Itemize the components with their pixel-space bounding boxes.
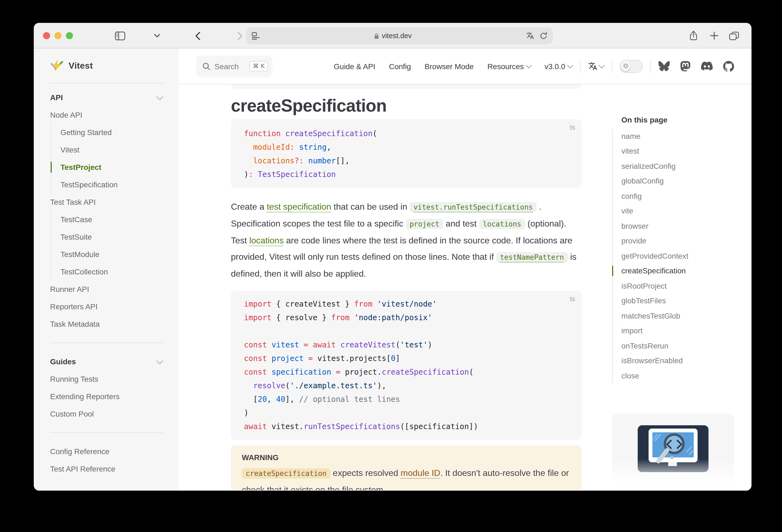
sidebar-item[interactable]: TestSuite [61,228,164,246]
sidebar-nav: APINode APIGetting StartedVitestTestProj… [50,83,164,477]
sidebar-item[interactable]: TestCase [61,211,164,228]
bluesky-link[interactable] [659,61,670,71]
discord-link[interactable] [701,62,713,71]
logo-text: Vitest [69,61,93,71]
nav-menu-item[interactable]: Guide & API [334,62,376,71]
code-link[interactable]: testNamePattern [496,252,568,262]
sidebar-group: Config ReferenceTest API Reference [50,437,164,477]
sidebar-item[interactable]: Task Metadata [50,315,164,333]
nav-divider [650,60,651,73]
sidebar-item[interactable]: Custom Pool [50,405,164,423]
outline-item[interactable]: browser [621,218,740,233]
outline-item[interactable]: vitest [621,143,740,158]
minimize-window-button[interactable] [55,32,62,39]
outline-item[interactable]: import [621,323,740,338]
outline-item[interactable]: matchesTestGlob [621,308,740,323]
reader-button[interactable] [252,32,260,39]
address-bar[interactable]: vitest.dev [246,27,553,44]
forward-button[interactable] [236,23,244,48]
theme-toggle[interactable] [620,60,643,73]
chevron-down-icon [156,357,163,364]
zoom-window-button[interactable] [66,32,73,39]
sidebar-item[interactable]: Runner API [50,280,164,298]
mastodon-icon [680,61,690,72]
outline-item[interactable]: createSpecification [621,263,740,278]
ad-card[interactable] [612,413,734,489]
sidebar-item[interactable]: Vitest [61,141,164,158]
outline-item[interactable]: onTestsRerun [621,338,740,353]
logo[interactable]: Vitest [50,48,164,83]
doc-link[interactable]: module ID [400,468,440,477]
chevron-right-icon [238,31,243,40]
search-icon [203,62,210,70]
page-title: createSpecification [231,95,581,116]
nav-menu-item[interactable]: v3.0.0 [544,62,572,71]
plus-icon [710,32,718,40]
outline-item[interactable]: config [621,188,740,203]
ad-image [638,425,709,472]
outline-item[interactable]: provide [621,233,740,248]
sidebar-item[interactable]: TestSpecification [61,176,164,193]
translate-button[interactable] [526,32,534,40]
close-window-button[interactable] [43,32,50,39]
chevron-down-icon [156,93,163,100]
outline-item[interactable]: globalConfig [621,173,740,188]
outline-item[interactable]: close [621,368,740,383]
sidebar-item[interactable]: Test API Reference [50,460,164,477]
sidebar-panel-icon [115,31,125,40]
github-link[interactable] [723,61,734,72]
sidebar-item[interactable]: TestModule [61,246,164,263]
outline-item[interactable]: serializedConfig [621,158,740,173]
sidebar-item[interactable]: Node API [50,106,164,123]
nav-menu-item[interactable]: Resources [487,62,531,71]
back-button[interactable] [194,23,202,48]
code-link[interactable]: vitest.runTestSpecifications [410,202,536,212]
sidebar-toggle-button[interactable] [113,23,126,48]
outline-item[interactable]: vite [621,203,740,218]
chevron-down-icon [599,62,605,68]
search-button[interactable]: Search ⌘ K [196,55,272,77]
chevron-down-icon [154,34,160,38]
doc-link[interactable]: locations [249,236,284,245]
new-tab-button[interactable] [708,23,720,48]
sidebar-item[interactable]: Test Task API [50,193,164,211]
outline-item[interactable]: getProvidedContext [621,248,740,263]
sidebar-section-title[interactable]: Guides [50,353,164,370]
outline-item[interactable]: isRootProject [621,278,740,293]
sidebar-item[interactable]: TestProject [61,158,164,176]
chevron-left-icon [195,31,201,40]
share-button[interactable] [687,23,699,48]
sidebar-item[interactable]: Config Reference [50,443,164,460]
sidebar-item[interactable]: Reporters API [50,298,164,315]
page-settings-icon [252,32,260,39]
outline-list: namevitestserializedConfigglobalConfigco… [612,129,740,383]
bluesky-icon [659,61,670,71]
outline-title: On this page [621,115,740,124]
sidebar-item[interactable]: TestCollection [61,263,164,280]
sidebar-dropdown-button[interactable] [153,23,161,48]
doc-link[interactable]: test specification [267,202,331,211]
outline-item[interactable]: name [621,129,740,143]
sidebar-divider [50,432,164,433]
reload-button[interactable] [540,32,547,40]
sidebar-section-title[interactable]: API [50,89,164,106]
sidebar-item[interactable]: Running Tests [50,370,164,388]
code-search-illustration-icon [638,425,709,472]
sidebar-item[interactable]: Extending Reporters [50,388,164,405]
vitest-logo-icon [50,59,64,72]
nav-divider [611,60,612,73]
sidebar-nested-group: Getting StartedVitestTestProjectTestSpec… [51,123,164,193]
translate-icon [588,62,597,71]
inline-code: locations [479,219,525,229]
warning-title: WARNING [242,453,571,462]
nav-menu-item[interactable]: Browser Mode [425,62,474,71]
nav-menu-item[interactable]: Config [389,62,411,71]
sidebar-item[interactable]: Getting Started [61,123,164,141]
tab-overview-button[interactable] [727,23,741,48]
mastodon-link[interactable] [680,61,690,72]
outline-item[interactable]: globTestFiles [621,293,740,308]
outline-item[interactable]: isBrowserEnabled [621,353,740,368]
language-button[interactable] [588,62,604,71]
code-block-signature: ts function createSpecification( moduleI… [231,119,581,188]
outline-aside: On this page namevitestserializedConfigg… [612,84,740,489]
